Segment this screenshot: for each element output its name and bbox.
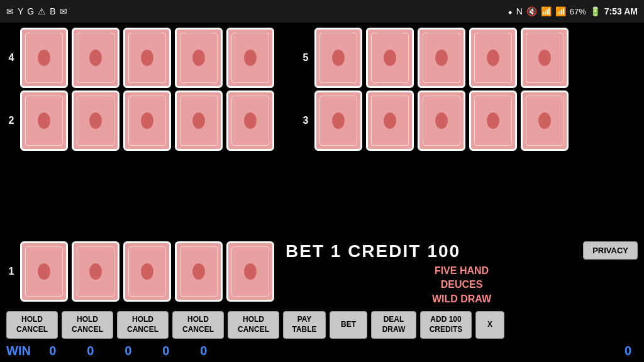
game-line3: WILD DRAW	[432, 293, 491, 304]
battery-icon: 🔋	[590, 6, 601, 16]
card-3-3[interactable]	[418, 90, 465, 151]
deal-draw-button[interactable]: DEALDRAW	[371, 311, 416, 339]
credit-label: CREDIT	[348, 241, 421, 261]
hand-cards: 1	[6, 241, 274, 302]
win-val-1: 0	[43, 344, 62, 358]
game-line2: DEUCES	[441, 279, 483, 290]
hold-cancel-5-button[interactable]: HOLDCANCEL	[228, 311, 279, 339]
card-4-2[interactable]	[72, 28, 119, 88]
hold-cancel-1-button[interactable]: HOLDCANCEL	[6, 311, 58, 339]
card-5-4[interactable]	[469, 28, 517, 88]
card-4-3[interactable]	[123, 28, 171, 88]
status-right-icons: ⬥ N 🔇 📶 📶 67% 🔋 7:53 AM	[508, 6, 638, 16]
card-1-1[interactable]	[20, 241, 68, 302]
card-3-2[interactable]	[366, 90, 414, 151]
status-left-icons: ✉ Y G ⚠ B ✉	[6, 6, 67, 16]
row-label-4: 4	[6, 52, 16, 63]
card-5-5[interactable]	[521, 28, 569, 88]
x-button[interactable]: X	[475, 311, 504, 339]
hold-cancel-2-button[interactable]: HOLDCANCEL	[62, 311, 113, 339]
win-val-2: 0	[81, 344, 100, 358]
row-label-3: 3	[301, 115, 311, 126]
bet-button[interactable]: BET	[330, 311, 367, 339]
y-icon: Y	[18, 6, 23, 16]
bet-label: BET	[286, 241, 325, 261]
card-row-3: 3	[301, 90, 638, 151]
card-5-1[interactable]	[314, 28, 362, 88]
right-grids: 5 3	[301, 28, 638, 239]
card-2-2[interactable]	[72, 90, 119, 151]
clock: 7:53 AM	[604, 6, 638, 16]
win-values: 0 0 0 0 0	[43, 344, 625, 358]
bottom-row: 1 BET 1 CREDIT 100 FIVE HAND DEUCES WILD…	[0, 241, 644, 307]
battery-percent: 67%	[570, 7, 586, 16]
win-val-4: 0	[157, 344, 175, 358]
card-2-4[interactable]	[175, 90, 223, 151]
row-label-5: 5	[301, 52, 311, 63]
b-icon: B	[50, 6, 55, 16]
hold-cancel-4-button[interactable]: HOLDCANCEL	[172, 311, 224, 339]
wifi-icon: 📶	[541, 6, 552, 16]
card-row-5: 5	[301, 28, 638, 88]
card-row-2: 2	[6, 90, 296, 151]
card-5-3[interactable]	[418, 28, 465, 88]
row-label-1: 1	[6, 266, 16, 277]
card-1-5[interactable]	[226, 241, 274, 302]
mail2-icon: ✉	[60, 6, 67, 16]
card-3-5[interactable]	[521, 90, 569, 151]
game-subtitle: FIVE HAND DEUCES WILD DRAW	[286, 264, 638, 306]
card-grids: 4 2 5	[0, 23, 644, 241]
card-3-1[interactable]	[314, 90, 362, 151]
card-3-4[interactable]	[469, 90, 517, 151]
game-area: 4 2 5	[0, 23, 644, 362]
alert-icon: ⚠	[38, 6, 46, 16]
win-val-3: 0	[119, 344, 138, 358]
signal-icon: 📶	[555, 6, 566, 16]
card-5-2[interactable]	[366, 28, 414, 88]
card-1-4[interactable]	[175, 241, 223, 302]
card-1-3[interactable]	[123, 241, 171, 302]
mail-icon: ✉	[6, 6, 14, 16]
info-panel: BET 1 CREDIT 100 FIVE HAND DEUCES WILD D…	[279, 241, 638, 306]
mute-icon: 🔇	[526, 6, 537, 16]
bluetooth-icon: ⬥	[508, 6, 513, 16]
game-line1: FIVE HAND	[435, 265, 489, 276]
card-2-1[interactable]	[20, 90, 68, 151]
add-100-credits-button[interactable]: ADD 100CREDITS	[420, 311, 472, 339]
card-2-5[interactable]	[226, 90, 274, 151]
card-4-5[interactable]	[226, 28, 274, 88]
win-right-val: 0	[625, 344, 638, 358]
win-row: WIN 0 0 0 0 0 0	[0, 341, 644, 362]
left-grids: 4 2	[6, 28, 296, 239]
privacy-button[interactable]: PRIVACY	[583, 241, 638, 260]
win-val-5: 0	[194, 344, 213, 358]
card-4-4[interactable]	[175, 28, 223, 88]
win-label: WIN	[6, 344, 31, 358]
card-4-1[interactable]	[20, 28, 68, 88]
bet-credit-line: BET 1 CREDIT 100	[286, 241, 460, 261]
status-bar: ✉ Y G ⚠ B ✉ ⬥ N 🔇 📶 📶 67% 🔋 7:53 AM	[0, 0, 644, 23]
nfc-icon: N	[516, 6, 523, 16]
card-2-3[interactable]	[123, 90, 171, 151]
buttons-row: HOLDCANCEL HOLDCANCEL HOLDCANCEL HOLDCAN…	[0, 307, 644, 341]
credit-amount: 100	[427, 241, 460, 261]
g-icon: G	[27, 6, 34, 16]
bet-number: 1	[331, 241, 342, 261]
row-label-2: 2	[6, 115, 16, 126]
card-row-4: 4	[6, 28, 296, 88]
card-1-2[interactable]	[72, 241, 119, 302]
hold-cancel-3-button[interactable]: HOLDCANCEL	[117, 311, 169, 339]
pay-table-button[interactable]: PAYTABLE	[283, 311, 326, 339]
